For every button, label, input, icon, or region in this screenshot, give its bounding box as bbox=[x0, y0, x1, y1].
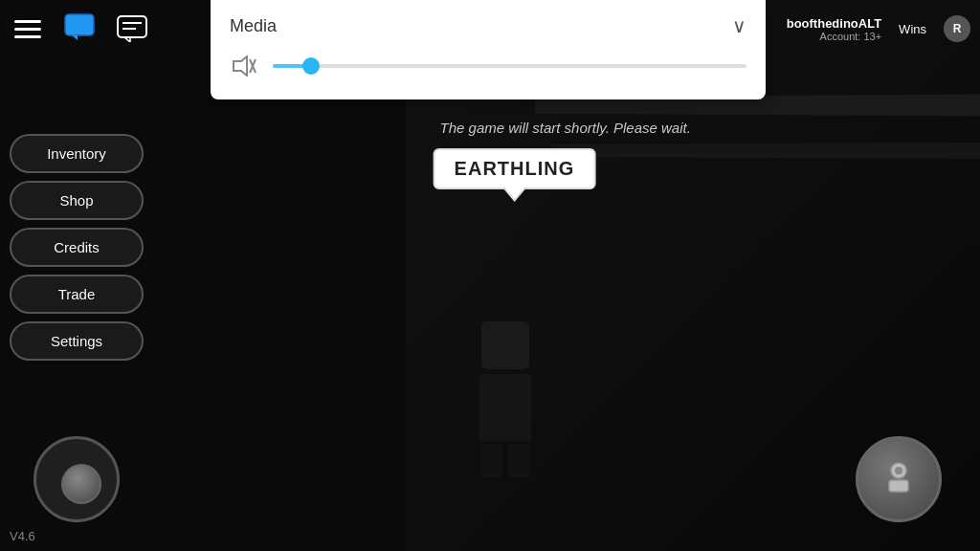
media-header: Media ∨ bbox=[230, 14, 746, 37]
svg-point-11 bbox=[895, 467, 902, 474]
game-status-message: The game will start shortly. Please wait… bbox=[440, 120, 691, 136]
volume-thumb[interactable] bbox=[302, 57, 320, 75]
player-character bbox=[467, 321, 544, 474]
wins-label: Wins bbox=[891, 22, 934, 36]
trade-button[interactable]: Trade bbox=[10, 275, 144, 314]
volume-slider[interactable] bbox=[273, 64, 746, 68]
top-bar-left bbox=[10, 10, 151, 48]
credits-button[interactable]: Credits bbox=[10, 228, 144, 267]
message-button[interactable] bbox=[113, 10, 151, 48]
action-icon bbox=[880, 457, 918, 502]
svg-rect-10 bbox=[889, 480, 908, 492]
action-button[interactable] bbox=[856, 436, 942, 522]
svg-rect-2 bbox=[118, 16, 146, 37]
user-info: boofthedinoALT Account: 13+ bbox=[787, 16, 881, 42]
report-button[interactable]: R bbox=[944, 15, 970, 42]
player-name-label: EARTHLING bbox=[434, 148, 596, 189]
svg-marker-6 bbox=[234, 56, 247, 76]
hamburger-menu-icon[interactable] bbox=[10, 15, 46, 43]
joystick-control[interactable] bbox=[33, 436, 120, 522]
media-title: Media bbox=[230, 16, 277, 36]
version-label: V4.6 bbox=[10, 529, 35, 543]
settings-button[interactable]: Settings bbox=[10, 321, 144, 361]
svg-marker-5 bbox=[124, 37, 130, 42]
joystick-thumb[interactable] bbox=[61, 464, 101, 504]
media-controls bbox=[230, 52, 746, 80]
svg-marker-1 bbox=[72, 35, 78, 40]
shop-button[interactable]: Shop bbox=[10, 181, 144, 220]
mute-icon[interactable] bbox=[230, 52, 258, 80]
account-info-label: Account: 13+ bbox=[787, 31, 881, 42]
inventory-button[interactable]: Inventory bbox=[10, 134, 144, 173]
left-menu: Inventory Shop Credits Trade Settings bbox=[10, 134, 144, 361]
username-label: boofthedinoALT bbox=[787, 16, 881, 31]
media-popup: Media ∨ bbox=[211, 0, 766, 99]
svg-rect-0 bbox=[65, 14, 94, 35]
player-name-bubble: EARTHLING bbox=[434, 148, 596, 189]
top-bar-right: boofthedinoALT Account: 13+ Wins R bbox=[787, 15, 970, 42]
chat-bubble-icon bbox=[64, 13, 95, 44]
chat-button[interactable] bbox=[60, 10, 99, 48]
media-chevron-icon[interactable]: ∨ bbox=[732, 14, 746, 37]
